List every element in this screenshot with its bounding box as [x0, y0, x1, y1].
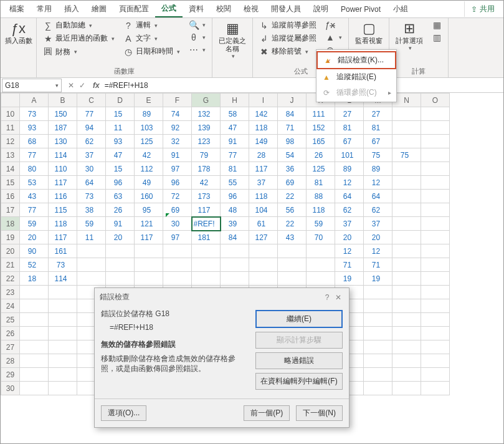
cell-M26[interactable] — [364, 327, 392, 340]
row-header-15[interactable]: 15 — [1, 176, 20, 190]
cell-M30[interactable] — [364, 382, 392, 395]
cell-D11[interactable]: 11 — [106, 121, 135, 135]
cell-F13[interactable]: 91 — [163, 148, 192, 162]
cell-O25[interactable] — [421, 313, 450, 327]
cell-J12[interactable]: 98 — [278, 135, 307, 148]
row-header-19[interactable]: 19 — [1, 231, 20, 244]
cell-I11[interactable]: 118 — [249, 121, 278, 135]
cell-C12[interactable]: 62 — [77, 135, 106, 148]
cell-O16[interactable] — [421, 190, 450, 203]
trace-precedents-button[interactable]: ↳追蹤前導參照 — [257, 19, 319, 31]
cell-C16[interactable]: 73 — [77, 190, 106, 203]
cell-D22[interactable] — [106, 272, 135, 286]
cell-H14[interactable]: 81 — [221, 162, 249, 176]
cell-A26[interactable] — [20, 327, 49, 340]
cell-A18[interactable]: 59 — [20, 217, 49, 231]
tab-draw[interactable]: 繪圖 — [85, 1, 113, 17]
row-header-10[interactable]: 10 — [1, 107, 20, 121]
datetime-button[interactable]: ◷日期和時間▾ — [121, 46, 183, 57]
cell-A25[interactable] — [20, 313, 49, 327]
row-header-11[interactable]: 11 — [1, 121, 20, 135]
menu-trace-error[interactable]: ▲ 追蹤錯誤(E) — [316, 69, 396, 85]
cell-A13[interactable]: 77 — [20, 148, 49, 162]
cell-A12[interactable]: 68 — [20, 135, 49, 148]
continue-button[interactable]: 繼續(E) — [255, 310, 343, 328]
cell-F16[interactable]: 72 — [163, 190, 192, 203]
cell-E20[interactable] — [135, 244, 163, 258]
tab-help[interactable]: 說明 — [307, 1, 335, 17]
cell-F22[interactable] — [163, 272, 192, 286]
col-header-I[interactable]: I — [249, 94, 278, 107]
cell-J22[interactable] — [278, 272, 307, 286]
cell-I15[interactable]: 37 — [249, 176, 278, 190]
col-header-C[interactable]: C — [77, 94, 106, 107]
cell-J20[interactable] — [278, 244, 307, 258]
cell-C11[interactable]: 94 — [77, 121, 106, 135]
formula-input[interactable]: =#REF!+H18 — [102, 81, 503, 90]
cell-F14[interactable]: 97 — [163, 162, 192, 176]
cell-O23[interactable] — [421, 286, 450, 299]
cell-D18[interactable]: 91 — [106, 217, 135, 231]
tab-team[interactable]: 小組 — [387, 1, 414, 17]
next-button[interactable]: 下一個(N) — [296, 405, 343, 421]
cell-L15[interactable]: 12 — [335, 176, 364, 190]
cell-L11[interactable]: 81 — [335, 121, 364, 135]
cell-B21[interactable]: 73 — [49, 258, 77, 272]
cell-L18[interactable]: 37 — [335, 217, 364, 231]
cell-G19[interactable]: 181 — [192, 231, 221, 244]
cell-I20[interactable] — [249, 244, 278, 258]
cell-L17[interactable]: 62 — [335, 203, 364, 217]
cell-B18[interactable]: 118 — [49, 217, 77, 231]
cell-N30[interactable] — [392, 382, 421, 395]
cell-A22[interactable]: 18 — [20, 272, 49, 286]
row-header-26[interactable]: 26 — [1, 327, 20, 340]
cell-L20[interactable]: 12 — [335, 244, 364, 258]
cell-E19[interactable]: 117 — [135, 231, 163, 244]
cell-K21[interactable] — [307, 258, 335, 272]
col-header-G[interactable]: G — [192, 94, 221, 107]
cell-N17[interactable] — [392, 203, 421, 217]
cell-K22[interactable] — [307, 272, 335, 286]
tab-data[interactable]: 資料 — [183, 1, 210, 17]
close-button[interactable]: ✕ — [333, 293, 344, 302]
row-header-20[interactable]: 20 — [1, 244, 20, 258]
cell-J10[interactable]: 84 — [278, 107, 307, 121]
enter-formula-icon[interactable]: ✓ — [79, 81, 85, 90]
financial-button[interactable]: 圓財務▾ — [40, 46, 117, 58]
cell-A20[interactable]: 90 — [20, 244, 49, 258]
cell-N10[interactable] — [392, 107, 421, 121]
cell-O21[interactable] — [421, 258, 450, 272]
fx-icon[interactable]: fx — [90, 81, 102, 90]
cell-H21[interactable] — [221, 258, 249, 272]
tab-formulas[interactable]: 公式 — [155, 1, 183, 17]
cell-E11[interactable]: 103 — [135, 121, 163, 135]
more-functions-button[interactable]: ⋯▾ — [186, 44, 208, 56]
cell-C17[interactable]: 38 — [77, 203, 106, 217]
tab-file[interactable]: 檔案 — [3, 1, 31, 17]
tab-powerpivot[interactable]: Power Pivot — [335, 2, 387, 16]
cell-J13[interactable]: 54 — [278, 148, 307, 162]
row-header-24[interactable]: 24 — [1, 299, 20, 313]
cell-O17[interactable] — [421, 203, 450, 217]
cell-I14[interactable]: 117 — [249, 162, 278, 176]
cell-M12[interactable]: 67 — [364, 135, 392, 148]
cell-L12[interactable]: 67 — [335, 135, 364, 148]
cell-K14[interactable]: 125 — [307, 162, 335, 176]
col-header-H[interactable]: H — [221, 94, 249, 107]
cell-L19[interactable]: 20 — [335, 231, 364, 244]
cell-K13[interactable]: 26 — [307, 148, 335, 162]
cell-O13[interactable] — [421, 148, 450, 162]
cell-A14[interactable]: 80 — [20, 162, 49, 176]
cell-O15[interactable] — [421, 176, 450, 190]
cell-I10[interactable]: 142 — [249, 107, 278, 121]
cell-H16[interactable]: 96 — [221, 190, 249, 203]
cell-L13[interactable]: 101 — [335, 148, 364, 162]
cell-H22[interactable] — [221, 272, 249, 286]
tab-insert[interactable]: 插入 — [58, 1, 85, 17]
cell-B12[interactable]: 130 — [49, 135, 77, 148]
cell-I17[interactable]: 104 — [249, 203, 278, 217]
cell-L10[interactable]: 27 — [335, 107, 364, 121]
cell-O26[interactable] — [421, 327, 450, 340]
cell-C19[interactable]: 11 — [77, 231, 106, 244]
cell-E13[interactable]: 42 — [135, 148, 163, 162]
